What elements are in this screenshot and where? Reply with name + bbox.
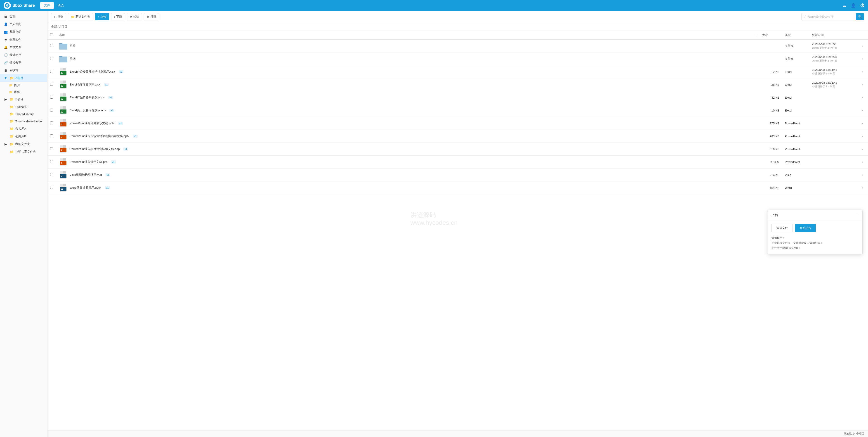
- file-type: Excel: [782, 78, 809, 91]
- row-checkbox-8[interactable]: [50, 147, 53, 150]
- upload-dialog-close[interactable]: −: [856, 213, 859, 217]
- sidebar-item-b-project[interactable]: ▶ 📁 B项目: [0, 95, 47, 103]
- file-name[interactable]: Excel员工设备库存演示.ods: [70, 108, 106, 112]
- tip-line2: 文件大小限制 100 MB；: [772, 246, 801, 250]
- file-name[interactable]: 图纸: [70, 57, 75, 61]
- file-size: 10 KB: [760, 104, 782, 117]
- file-type: Excel: [782, 65, 809, 78]
- sidebar-sub-item-blueprints[interactable]: 📁 图纸: [0, 89, 47, 95]
- file-size: 214 KB: [760, 169, 782, 181]
- sidebar-item-favorites[interactable]: ★ 收藏文件: [0, 36, 47, 43]
- row-checkbox-6[interactable]: [50, 121, 53, 124]
- row-checkbox-2[interactable]: [50, 70, 53, 73]
- header-date: 更新时间: [809, 31, 859, 39]
- file-name[interactable]: Visio组织结构图演示.vsd: [70, 173, 102, 177]
- sidebar-item-my-folder[interactable]: ▶ 📁 我的文件夹: [0, 140, 47, 148]
- exit-icon[interactable]: ⏻: [860, 3, 864, 8]
- file-name[interactable]: PowerPoint业务计划演示文稿.pptx: [70, 121, 115, 125]
- row-expand-icon[interactable]: ›: [862, 173, 863, 177]
- move-label: 移动: [133, 15, 139, 19]
- upload-dialog-title: 上传: [772, 213, 778, 217]
- row-checkbox-5[interactable]: [50, 109, 53, 112]
- row-expand-icon[interactable]: ›: [862, 57, 863, 61]
- filter-button[interactable]: ⊟ 筛选: [51, 13, 66, 20]
- file-name[interactable]: Excel办公楼日常维护计划演示.xlsx: [70, 70, 115, 74]
- row-checkbox-0[interactable]: [50, 44, 53, 47]
- row-expand-icon[interactable]: ›: [862, 134, 863, 138]
- file-icon-excel: X: [59, 68, 67, 76]
- menu-icon[interactable]: ☰: [843, 3, 846, 8]
- svg-rect-22: [63, 106, 66, 109]
- table-row: X Excel产品价格列表演示.xlsv1 32 KBExcel›: [48, 91, 868, 104]
- sidebar-item-public-b[interactable]: 📁 公共库B: [0, 133, 47, 140]
- row-expand-icon[interactable]: ›: [862, 83, 863, 86]
- tab-files[interactable]: 文件: [40, 2, 54, 9]
- row-expand-icon[interactable]: ›: [862, 121, 863, 125]
- start-upload-button[interactable]: 开始上传: [795, 224, 816, 232]
- file-name-cell: 图纸: [59, 55, 757, 63]
- file-name[interactable]: 图片: [70, 44, 75, 48]
- file-icon-ppt: P: [59, 158, 67, 166]
- row-expand-icon[interactable]: ›: [862, 95, 863, 99]
- file-name[interactable]: Word服务提案演示.docx: [70, 186, 101, 190]
- svg-text:X: X: [61, 97, 63, 100]
- sidebar-item-all[interactable]: ▦ 全部: [0, 13, 47, 20]
- sidebar-item-trash[interactable]: 🗑 回收站: [0, 66, 47, 74]
- tab-activity[interactable]: 动态: [54, 2, 67, 9]
- row-checkbox-1[interactable]: [50, 57, 53, 60]
- table-row: X Excel办公楼日常维护计划演示.xlsxv1 12 KBExcel2021…: [48, 65, 868, 78]
- sidebar-item-shared-library[interactable]: 📁 Shared library: [0, 110, 47, 118]
- sidebar-item-recent[interactable]: 🕐 最近使用: [0, 51, 47, 59]
- download-button[interactable]: ↓ 下载: [111, 13, 125, 20]
- move-button[interactable]: ⇄ 移动: [127, 13, 142, 20]
- file-date: 2021/5/28 12:56:28admin 更新于 2 小时前: [809, 39, 859, 53]
- sidebar-item-following[interactable]: 🔔 关注文件: [0, 43, 47, 51]
- sidebar-sub-item-images[interactable]: 📁 图片: [0, 82, 47, 89]
- file-name-cell: P PowerPoint业务演示文稿.pptv1: [59, 158, 757, 166]
- sidebar-item-xm-shared[interactable]: 📁 小明共享文件夹: [0, 148, 47, 156]
- upload-button[interactable]: ↑ 上传: [95, 13, 109, 20]
- folder-icon-xm: 📁: [9, 150, 13, 153]
- row-expand-icon[interactable]: ›: [862, 186, 863, 190]
- date-secondary: 小明 更新于 2 小时前: [812, 72, 856, 75]
- sidebar-item-personal[interactable]: 👤 个人空间: [0, 20, 47, 28]
- sidebar-item-tommy-shared[interactable]: 📁 Tommy shared folder: [0, 118, 47, 125]
- row-expand-icon[interactable]: ›: [862, 44, 863, 48]
- sidebar-item-public-a[interactable]: 📁 公共库A: [0, 125, 47, 133]
- row-checkbox-3[interactable]: [50, 83, 53, 86]
- select-all-checkbox[interactable]: [50, 33, 53, 36]
- file-name[interactable]: PowerPoint业务项目计划演示文稿.odp: [70, 147, 120, 151]
- new-folder-button[interactable]: 📁 新建文件夹: [68, 13, 93, 20]
- sidebar-item-a-project[interactable]: ▼ 📁 A项目: [0, 74, 47, 82]
- search-button[interactable]: 🔍: [856, 13, 864, 20]
- sidebar-item-project-d[interactable]: 📁 Project D: [0, 103, 47, 110]
- search-input[interactable]: [802, 14, 856, 20]
- delete-button[interactable]: 🗑 移除: [144, 13, 159, 20]
- select-file-button[interactable]: 选择文件: [772, 224, 793, 232]
- row-checkbox-11[interactable]: [50, 186, 53, 189]
- file-size: 154 KB: [760, 181, 782, 194]
- breadcrumb-text[interactable]: 全部 / A项目: [51, 25, 67, 28]
- header-name[interactable]: 名称: [57, 31, 753, 39]
- svg-text:W: W: [61, 188, 63, 191]
- file-type: Excel: [782, 104, 809, 117]
- svg-rect-4: [59, 44, 67, 50]
- row-checkbox-9[interactable]: [50, 160, 53, 163]
- version-badge: v1: [133, 135, 138, 138]
- row-expand-icon[interactable]: ›: [862, 70, 863, 74]
- row-expand-icon[interactable]: ›: [862, 147, 863, 151]
- row-expand-icon[interactable]: ›: [862, 108, 863, 112]
- row-checkbox-7[interactable]: [50, 134, 53, 137]
- sidebar-item-shared-space[interactable]: 👥 共享空间: [0, 28, 47, 36]
- row-expand-icon[interactable]: ›: [862, 160, 863, 164]
- file-name[interactable]: PowerPoint业务市场营销玻璃窗演示文稿.pptx: [70, 134, 129, 138]
- version-badge: v1: [119, 70, 124, 73]
- row-checkbox-10[interactable]: [50, 173, 53, 176]
- file-name[interactable]: PowerPoint业务演示文稿.ppt: [70, 160, 107, 164]
- sidebar-item-link-share[interactable]: 🔗 链接分享: [0, 59, 47, 66]
- row-checkbox-4[interactable]: [50, 96, 53, 98]
- file-name[interactable]: Excel产品价格列表演示.xls: [70, 95, 105, 99]
- file-name[interactable]: Excel仓库库存演示.xlsx: [70, 83, 100, 87]
- user-icon[interactable]: 👤: [851, 3, 856, 8]
- svg-rect-10: [63, 68, 66, 70]
